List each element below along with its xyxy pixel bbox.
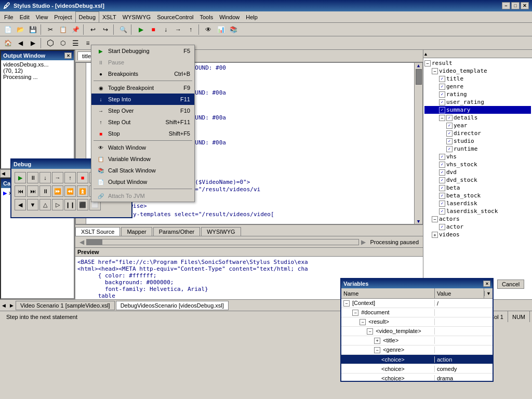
tree-item-director[interactable]: ✓ director: [424, 129, 531, 137]
debug-btn-step-over-1[interactable]: →: [52, 172, 63, 183]
checkbox-actor[interactable]: ✓: [439, 224, 445, 230]
tree-item-dvd-stock[interactable]: ✓ dvd_stock: [424, 176, 531, 184]
checkbox-dvd-stock[interactable]: ✓: [439, 177, 445, 183]
cancel-button[interactable]: Cancel: [497, 280, 524, 289]
checkbox-beta[interactable]: ✓: [439, 185, 445, 191]
processing-bar-scrolltrack[interactable]: [86, 239, 359, 245]
toolbar-btn-debug-stop[interactable]: ■: [148, 24, 159, 35]
toolbar2-btn-3[interactable]: ▶: [27, 37, 38, 49]
menu-item-file[interactable]: File: [1, 11, 17, 22]
menu-item-help[interactable]: Help: [243, 11, 261, 22]
tree-item-video-template[interactable]: − video_template: [424, 67, 531, 75]
toolbar-btn-step-out[interactable]: ↑: [185, 24, 196, 35]
menu-item-edit[interactable]: Edit: [17, 11, 33, 22]
tree-item-details[interactable]: − ✓ details: [424, 114, 531, 122]
checkbox-beta-stock[interactable]: ✓: [439, 193, 445, 199]
toolbar-btn-cut[interactable]: ✂: [45, 24, 56, 35]
tab-mapper[interactable]: Mapper: [121, 227, 152, 236]
var-expand-video-template[interactable]: −: [367, 328, 373, 335]
file-tab-1[interactable]: Video Scenario 1 [sampleVideo.xsl]: [16, 301, 115, 310]
menu-item-window[interactable]: Window: [216, 11, 243, 22]
checkbox-dvd[interactable]: ✓: [439, 169, 445, 176]
checkbox-director[interactable]: ✓: [446, 130, 453, 137]
debug-btn-pause-2[interactable]: ⏸: [39, 185, 51, 197]
menu-entry-attach-to-jvm[interactable]: 🔗 Attach To JVM: [91, 190, 194, 202]
menu-item-tools[interactable]: Tools: [196, 11, 216, 22]
tree-item-vhs[interactable]: ✓ vhs: [424, 153, 531, 161]
expand-icon-actors[interactable]: −: [432, 216, 438, 222]
debug-btn-step-into-1[interactable]: ↓: [39, 172, 51, 183]
menu-entry-step-over[interactable]: → Step Over F10: [91, 105, 194, 116]
output-window-close[interactable]: ✕: [64, 52, 72, 59]
checkbox-user-rating[interactable]: ✓: [439, 99, 445, 105]
menu-entry-call-stack-window[interactable]: 📚 Call Stack Window: [91, 165, 194, 176]
file-tab-2[interactable]: DebugVideosScenario [videosDebug.xsl]: [116, 301, 229, 310]
toolbar-btn-callstack[interactable]: 📚: [228, 24, 239, 35]
var-expand-context[interactable]: −: [343, 300, 350, 307]
tab-wysiwyg[interactable]: WYSIWYG: [201, 227, 241, 236]
checkbox-title[interactable]: ✓: [439, 76, 445, 82]
tree-item-beta-stock[interactable]: ✓ beta_stock: [424, 192, 531, 200]
toolbar-btn-redo[interactable]: ↪: [100, 24, 111, 35]
tab-params-other[interactable]: Params/Other: [153, 227, 200, 236]
expand-icon-details[interactable]: −: [439, 115, 445, 121]
checkbox-laserdisk-stock[interactable]: ✓: [439, 208, 445, 215]
toolbar2-btn-4[interactable]: ⬡: [45, 37, 56, 49]
toolbar-btn-step-into[interactable]: ↓: [160, 24, 171, 35]
toolbar2-btn-2[interactable]: ◀: [15, 37, 26, 49]
menu-entry-variable-window[interactable]: 📋 Variable Window: [91, 153, 194, 165]
debug-btn-back[interactable]: ◀: [15, 199, 26, 210]
checkbox-genre[interactable]: ✓: [439, 84, 445, 90]
var-row-title[interactable]: + <title>: [341, 336, 493, 345]
toolbar-btn-var[interactable]: 📊: [215, 24, 227, 35]
toolbar2-btn-5[interactable]: ⬡: [57, 37, 69, 49]
menu-entry-step-out[interactable]: ↑ Step Out Shift+F11: [91, 116, 194, 128]
menu-entry-stop[interactable]: ■ Stop Shift+F5: [91, 128, 194, 139]
tree-item-year[interactable]: ✓ year: [424, 122, 531, 129]
debug-btn-black-sq[interactable]: ⬛: [77, 199, 88, 210]
menu-entry-start-debugging[interactable]: ▶ Start Debugging F5: [91, 45, 194, 57]
var-header-scroll[interactable]: ▼: [484, 291, 493, 296]
var-row-genre[interactable]: − <genre>: [341, 345, 493, 355]
checkbox-year[interactable]: ✓: [446, 123, 453, 129]
tree-item-result[interactable]: − result: [424, 59, 531, 67]
var-row-choice-action[interactable]: <choice> action: [341, 355, 493, 364]
debug-btn-prev[interactable]: ⏭: [27, 185, 38, 197]
var-row-document[interactable]: − #document: [341, 308, 493, 317]
tree-item-runtime[interactable]: ✓ runtime: [424, 145, 531, 153]
minimize-button[interactable]: −: [502, 2, 510, 9]
tab-xslt-source[interactable]: XSLT Source: [75, 227, 120, 236]
file-tabs-nav-left[interactable]: ◀: [0, 303, 8, 308]
var-row-choice-comedy[interactable]: <choice> comedy: [341, 364, 493, 374]
toolbar-btn-watch[interactable]: 👁: [203, 24, 214, 35]
toolbar-btn-new[interactable]: 📄: [2, 24, 14, 35]
debug-btn-right[interactable]: ▷: [52, 199, 63, 210]
checkbox-runtime[interactable]: ✓: [446, 146, 453, 152]
toolbar-btn-step-over[interactable]: →: [172, 24, 184, 35]
checkbox-summary[interactable]: ✓: [439, 107, 445, 113]
debug-btn-play[interactable]: ▶: [15, 172, 26, 183]
tree-item-videos[interactable]: + videos: [424, 231, 531, 238]
debug-btn-fwd[interactable]: ▼: [27, 199, 38, 210]
toolbar2-btn-1[interactable]: 🏠: [2, 37, 14, 49]
debug-btn-triangle[interactable]: △: [39, 199, 51, 210]
checkbox-details[interactable]: ✓: [446, 115, 453, 121]
tree-item-genre[interactable]: ✓ genre: [424, 83, 531, 90]
tree-item-actor[interactable]: ✓ actor: [424, 223, 531, 231]
debug-btn-up[interactable]: ⏫: [77, 185, 88, 197]
toolbar2-btn-6[interactable]: ☰: [70, 37, 81, 49]
processing-bar-arrows[interactable]: ◀: [79, 238, 84, 246]
maximize-button[interactable]: □: [511, 2, 520, 9]
tree-item-laserdisk-stock[interactable]: ✓ laserdisk_stock: [424, 207, 531, 215]
var-expand-genre[interactable]: −: [374, 347, 380, 353]
processing-bar-thumb[interactable]: [87, 240, 102, 245]
checkbox-vhs-stock[interactable]: ✓: [439, 162, 445, 168]
tree-item-user-rating[interactable]: ✓ user_rating: [424, 98, 531, 106]
menu-item-wysiwyg[interactable]: WYSIWYG: [119, 11, 154, 22]
debug-btn-stop-1[interactable]: ■: [77, 172, 88, 183]
tree-item-actors[interactable]: − actors: [424, 215, 531, 223]
processing-bar-arrows-right[interactable]: ▶: [361, 238, 366, 246]
menu-entry-toggle-breakpoint[interactable]: ◉ Toggle Breakpoint F9: [91, 82, 194, 94]
toolbar-btn-open[interactable]: 📂: [15, 24, 26, 35]
menu-entry-step-into[interactable]: ↓ Step Into F11: [91, 94, 194, 105]
